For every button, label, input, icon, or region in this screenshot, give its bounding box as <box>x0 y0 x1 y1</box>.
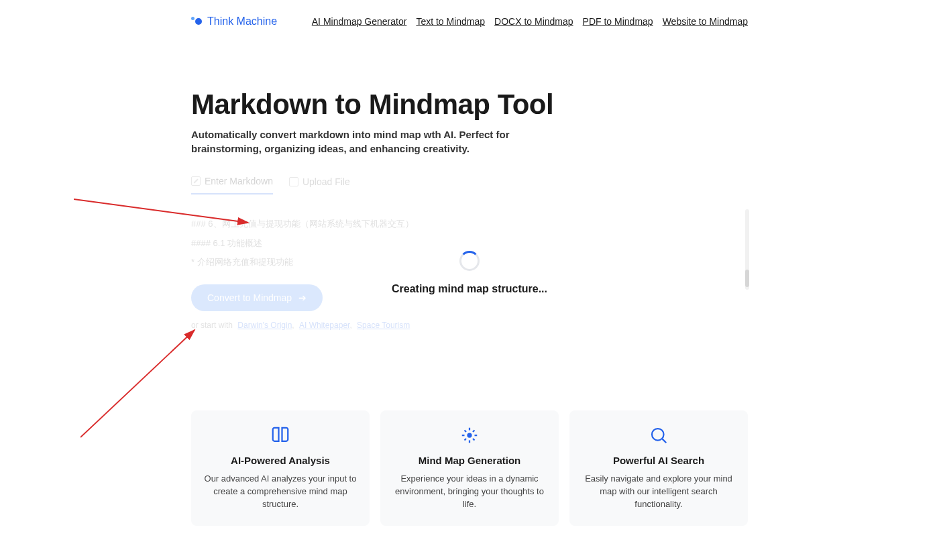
feature-card-generation: Mind Map Generation Experience your idea… <box>380 410 559 526</box>
feature-desc: Easily navigate and explore your mind ma… <box>582 473 736 511</box>
svg-line-4 <box>663 439 667 443</box>
svg-point-2 <box>468 434 472 437</box>
hero: Markdown to Mindmap Tool Automatically c… <box>191 89 748 156</box>
spinner-icon <box>459 251 480 271</box>
nav-pdf-to-mindmap[interactable]: PDF to Mindmap <box>583 16 653 27</box>
annotation-arrow-bottom <box>80 317 208 444</box>
book-icon <box>270 425 290 445</box>
features: AI-Powered Analysis Our advanced AI anal… <box>191 410 748 526</box>
search-icon <box>649 425 669 445</box>
nav-website-to-mindmap[interactable]: Website to Mindmap <box>663 16 748 27</box>
brand-name: Think Machine <box>207 15 277 27</box>
expand-icon <box>459 425 480 445</box>
page-title: Markdown to Mindmap Tool <box>191 89 748 121</box>
svg-line-1 <box>80 330 195 437</box>
feature-title: Mind Map Generation <box>392 455 547 466</box>
nav-ai-mindmap-generator[interactable]: AI Mindmap Generator <box>312 16 407 27</box>
page-subtitle: Automatically convert markdown into mind… <box>191 127 580 156</box>
loading-overlay: Creating mind map structure... <box>191 176 748 370</box>
nav-docx-to-mindmap[interactable]: DOCX to Mindmap <box>494 16 573 27</box>
svg-point-3 <box>652 429 664 441</box>
header: Think Machine AI Mindmap Generator Text … <box>191 8 748 35</box>
feature-title: Powerful AI Search <box>582 455 736 466</box>
logo[interactable]: Think Machine <box>191 15 277 27</box>
editor-area: Enter Markdown Upload File ### 6、网上充值与提现… <box>191 176 748 370</box>
feature-card-analysis: AI-Powered Analysis Our advanced AI anal… <box>191 410 370 526</box>
feature-desc: Experience your ideas in a dynamic envir… <box>392 473 547 511</box>
feature-title: AI-Powered Analysis <box>203 455 357 466</box>
main-nav: AI Mindmap Generator Text to Mindmap DOC… <box>312 16 748 27</box>
feature-desc: Our advanced AI analyzes your input to c… <box>203 473 357 511</box>
nav-text-to-mindmap[interactable]: Text to Mindmap <box>416 16 485 27</box>
logo-icon <box>191 15 203 27</box>
loading-text: Creating mind map structure... <box>392 283 547 295</box>
feature-card-search: Powerful AI Search Easily navigate and e… <box>569 410 748 526</box>
